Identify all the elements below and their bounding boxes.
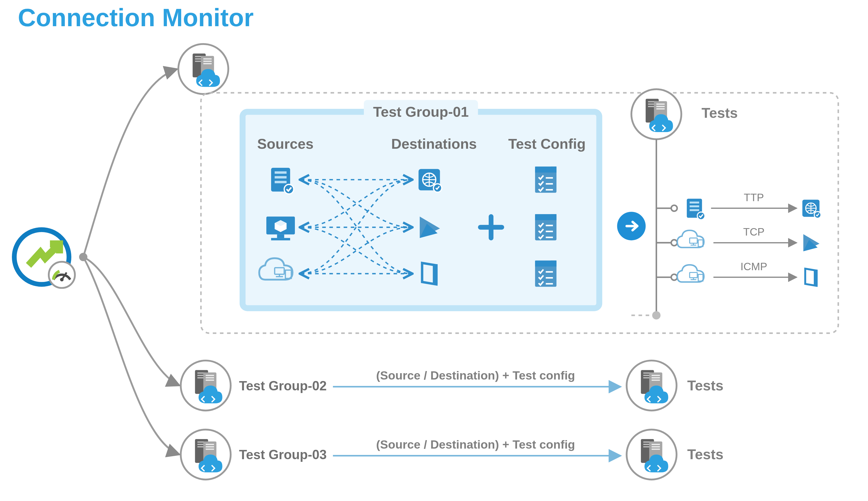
col-testconfig: Test Config [508, 136, 586, 152]
config-doc-2-icon [535, 214, 557, 240]
diagram-root: Connection Monitor Test Group-01 Sources… [0, 0, 868, 501]
test-protocol-2: TCP [743, 226, 765, 238]
test-group-02-desc: (Source / Destination) + Test config [376, 369, 575, 382]
svg-point-45 [671, 240, 677, 246]
test-group-panel: Test Group-01 Sources Destinations Test … [242, 100, 599, 308]
col-destinations: Destinations [391, 136, 477, 152]
tests-label-top: Tests [702, 105, 738, 121]
dest-globe-icon [419, 169, 442, 192]
arrow-right-icon [617, 212, 646, 240]
tests-label-02: Tests [688, 377, 724, 393]
test-row-2: TCP [677, 226, 820, 251]
test-group-tab: Test Group-01 [373, 104, 469, 120]
test-row-1: TTP [687, 191, 821, 220]
test-group-03-label: Test Group-03 [239, 447, 327, 462]
test-protocol-1: TTP [744, 191, 764, 203]
test-group-02-label: Test Group-02 [239, 379, 327, 393]
tests-node-top [631, 89, 681, 139]
test-protocol-3: ICMP [740, 260, 767, 273]
connection-monitor-icon [14, 230, 75, 288]
test-group-01-node [178, 44, 228, 94]
col-sources: Sources [257, 136, 314, 152]
svg-point-47 [671, 274, 677, 280]
test-row-3: ICMP [677, 260, 818, 286]
config-doc-1-icon [535, 167, 557, 193]
test-group-03-row: Test Group-03 (Source / Destination) + T… [180, 429, 723, 480]
branch-lines [83, 69, 179, 455]
config-doc-3-icon [535, 261, 557, 287]
test-group-02-row: Test Group-02 (Source / Destination) + T… [180, 361, 723, 411]
page-title: Connection Monitor [18, 4, 253, 32]
tests-label-03: Tests [688, 446, 724, 462]
test-group-03-desc: (Source / Destination) + Test config [376, 438, 575, 451]
svg-point-43 [671, 205, 677, 211]
